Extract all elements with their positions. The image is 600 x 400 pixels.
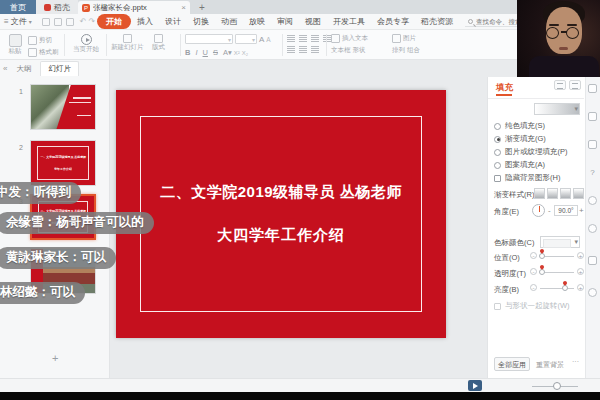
gradient-style-1[interactable]	[534, 188, 545, 199]
collapse-panel-icon[interactable]: «	[3, 64, 7, 73]
underline-button[interactable]: U	[203, 48, 208, 57]
position-minus[interactable]: -	[530, 252, 537, 259]
panel-title-fill[interactable]: 填充	[496, 82, 513, 94]
numbering-icon[interactable]	[299, 46, 307, 53]
option-gradient-fill[interactable]: 渐变填充(G)	[494, 134, 546, 144]
print-icon[interactable]	[54, 18, 62, 26]
tab-devtools[interactable]: 开发工具	[327, 14, 371, 29]
tab-animation[interactable]: 动画	[215, 14, 243, 29]
tab-review[interactable]: 审阅	[271, 14, 299, 29]
align-left-icon[interactable]	[287, 35, 295, 42]
stop-color-dropdown[interactable]	[540, 236, 580, 248]
tab-view[interactable]: 视图	[299, 14, 327, 29]
option-pattern-fill[interactable]: 图案填充(A)	[494, 160, 545, 170]
cut-button[interactable]: 剪切	[28, 36, 59, 45]
transparency-minus[interactable]: -	[530, 268, 537, 275]
slider-handle[interactable]	[562, 285, 568, 291]
properties-icon[interactable]	[588, 84, 597, 93]
shape-button[interactable]: 形状	[353, 46, 366, 55]
grow-font-icon[interactable]: A	[259, 35, 264, 44]
picture-button[interactable]: 图片	[392, 34, 420, 43]
docer-tab[interactable]: 稻壳	[36, 0, 78, 14]
brightness-slider[interactable]	[540, 288, 574, 289]
align-right-icon[interactable]	[311, 35, 319, 42]
paste-button[interactable]: 粘贴	[5, 34, 25, 56]
bullets-icon[interactable]	[287, 46, 295, 53]
add-slide-button[interactable]: +	[52, 352, 58, 364]
close-tab-icon[interactable]: ×	[181, 3, 186, 12]
option-hide-bg-graphics[interactable]: 隐藏背景图形(H)	[494, 173, 560, 183]
shapes-icon[interactable]	[588, 288, 597, 297]
shrink-font-icon[interactable]: A	[266, 36, 270, 43]
text-box-button[interactable]: 文本框	[331, 46, 351, 55]
tab-slides[interactable]: 幻灯片	[40, 61, 79, 76]
option-picture-fill[interactable]: 图片或纹理填充(P)	[494, 147, 568, 157]
tab-insert[interactable]: 插入	[131, 14, 159, 29]
save-icon[interactable]	[42, 18, 50, 26]
file-menu[interactable]: ≡ 文件 ▾	[0, 16, 36, 27]
line-spacing-icon[interactable]	[311, 46, 319, 53]
more-options-icon[interactable]: ···	[572, 358, 579, 365]
brightness-plus[interactable]: +	[577, 284, 584, 291]
align-center-icon[interactable]	[299, 35, 307, 42]
transparency-plus[interactable]: +	[577, 268, 584, 275]
gradient-style-4[interactable]	[573, 188, 584, 199]
strikethrough-button[interactable]: S	[213, 48, 218, 57]
gradient-style-2[interactable]	[547, 188, 558, 199]
tab-docer-res[interactable]: 稻壳资源	[415, 14, 459, 29]
justify-icon[interactable]	[323, 35, 331, 42]
undo-icon[interactable]: ↶	[80, 17, 87, 26]
arrange-button[interactable]: 排列	[392, 46, 405, 55]
tab-slideshow[interactable]: 放映	[243, 14, 271, 29]
superscript-icon[interactable]: X²	[234, 50, 240, 56]
transparency-slider[interactable]	[540, 272, 574, 273]
webcam-video-overlay[interactable]	[517, 0, 600, 77]
redo-icon[interactable]: ↷	[88, 17, 95, 26]
new-tab-button[interactable]: +	[196, 0, 208, 14]
italic-button[interactable]: I	[195, 48, 197, 57]
pages-icon[interactable]	[588, 140, 597, 149]
font-color-icon[interactable]: A▾	[223, 48, 232, 57]
layout-button[interactable]: 版式	[152, 34, 165, 52]
angle-minus[interactable]: -	[548, 206, 551, 215]
tab-transition[interactable]: 切换	[187, 14, 215, 29]
slideshow-play-button[interactable]	[468, 380, 482, 391]
video-dock-icon[interactable]	[554, 80, 566, 90]
option-rotate-with-shape[interactable]: 与形状一起旋转(W)	[494, 301, 570, 311]
slide-thumbnail-1[interactable]	[30, 84, 96, 130]
video-layout-icon[interactable]	[569, 80, 581, 90]
pen-icon[interactable]	[588, 256, 597, 265]
gradient-style-3[interactable]	[560, 188, 571, 199]
play-from-current-button[interactable]: 当页开始	[69, 34, 103, 54]
slider-handle[interactable]	[539, 253, 545, 259]
font-size-combo[interactable]: ▾	[235, 34, 257, 44]
tab-design[interactable]: 设计	[159, 14, 187, 29]
help-circle-icon[interactable]: ?	[588, 168, 597, 177]
bold-button[interactable]: B	[185, 48, 190, 57]
position-slider[interactable]	[540, 256, 574, 257]
preview-icon[interactable]	[66, 18, 74, 26]
new-slide-button[interactable]: 新建幻灯片	[111, 34, 144, 52]
subscript-icon[interactable]: X₂	[242, 50, 248, 56]
gradient-preset-dropdown[interactable]	[534, 103, 580, 115]
position-plus[interactable]: +	[577, 252, 584, 259]
group-button[interactable]: 组合	[407, 46, 420, 55]
document-tab[interactable]: P 张楹家长会.pptx ×	[78, 1, 190, 14]
tab-start[interactable]: 开始	[97, 14, 131, 29]
zoom-slider-handle[interactable]	[553, 382, 561, 390]
brightness-minus[interactable]: -	[530, 284, 537, 291]
tab-outline[interactable]: 大纲	[9, 62, 38, 76]
current-slide[interactable]: 二、文学院2019级辅导员 丛杨老师 大四学年工作介绍	[116, 90, 446, 338]
tab-member[interactable]: 会员专享	[371, 14, 415, 29]
home-tab[interactable]: 首页	[0, 0, 36, 14]
option-solid-fill[interactable]: 纯色填充(S)	[494, 121, 545, 131]
slider-handle[interactable]	[539, 269, 545, 275]
angle-dial[interactable]	[532, 204, 545, 217]
reset-background-button[interactable]: 重置背景	[536, 360, 564, 370]
slide-thumbnail-2[interactable]: 一、文学院2019级辅导员 丛杨老师 学年工作介绍	[30, 140, 96, 186]
lightbulb-icon[interactable]	[588, 224, 597, 233]
insert-text-button[interactable]: 插入文本	[331, 34, 368, 43]
format-painter-button[interactable]: 格式刷	[28, 48, 59, 57]
sparkle-icon[interactable]	[588, 112, 597, 121]
angle-plus[interactable]: +	[579, 206, 584, 215]
